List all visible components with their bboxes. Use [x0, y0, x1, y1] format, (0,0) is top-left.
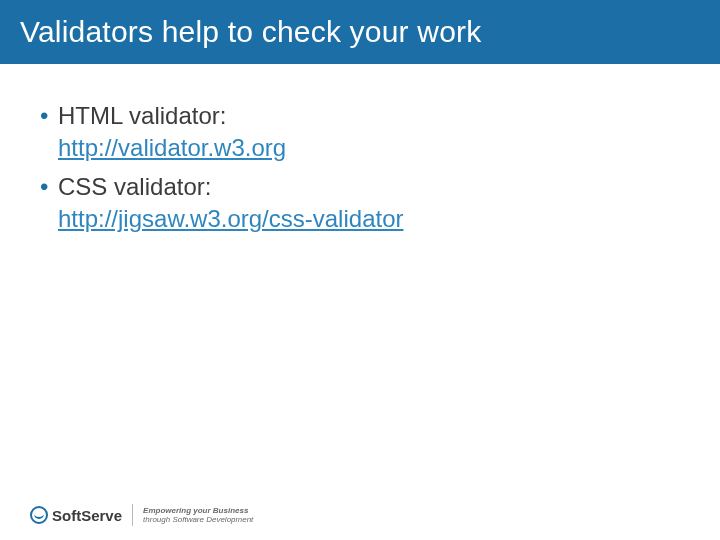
footer: SoftServe Empowering your Business throu…: [30, 504, 253, 526]
footer-divider: [132, 504, 133, 526]
html-validator-link[interactable]: http://validator.w3.org: [58, 134, 286, 161]
slide-title: Validators help to check your work: [20, 15, 481, 49]
list-item: HTML validator: http://validator.w3.org: [40, 100, 680, 165]
slide-content: HTML validator: http://validator.w3.org …: [0, 64, 720, 236]
brand-name: SoftServe: [52, 507, 122, 524]
bullet-label: HTML validator:: [58, 102, 227, 129]
brand-logo: SoftServe: [30, 506, 122, 524]
slide-title-bar: Validators help to check your work: [0, 0, 720, 64]
tagline-line1: Empowering your Business: [143, 506, 253, 515]
brand-tagline: Empowering your Business through Softwar…: [143, 506, 253, 524]
tagline-line2: through Software Development: [143, 515, 253, 524]
bullet-label: CSS validator:: [58, 173, 211, 200]
list-item: CSS validator: http://jigsaw.w3.org/css-…: [40, 171, 680, 236]
brand-text-part2: Serve: [81, 507, 122, 524]
logo-icon: [30, 506, 48, 524]
brand-text-part1: Soft: [52, 507, 81, 524]
css-validator-link[interactable]: http://jigsaw.w3.org/css-validator: [58, 205, 403, 232]
bullet-list: HTML validator: http://validator.w3.org …: [40, 100, 680, 236]
